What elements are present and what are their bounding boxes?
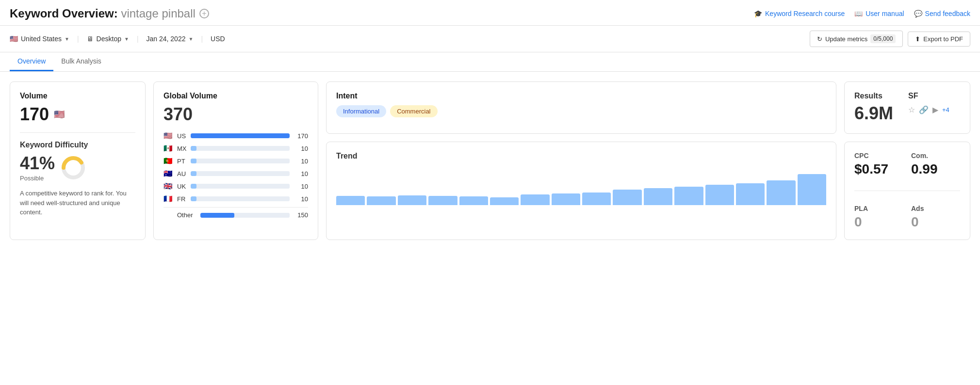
cpc-section: CPC $0.57 [854,152,903,177]
country-selector[interactable]: 🇺🇸 United States ▼ [10,35,69,43]
val-other: 150 [294,211,308,219]
bar-row-other: Other 150 [163,211,308,219]
header: Keyword Overview: vintage pinball + 🎓 Ke… [0,0,980,26]
results-section: Results 6.9M [854,92,906,124]
trend-bar-14 [736,183,765,205]
add-keyword-button[interactable]: + [199,9,209,18]
bar-divider [163,207,308,208]
date-chevron-icon: ▼ [188,36,193,42]
send-feedback-label: Send feedback [925,10,970,17]
sf-icons: ☆ 🔗 ▶ +4 [908,105,960,114]
val-pt: 10 [294,158,308,165]
separator-3: | [201,35,203,43]
bar-row-fr: 🇫🇷 FR 10 [163,194,308,203]
device-selector[interactable]: 🖥 Desktop ▼ [87,35,129,43]
pla-label: PLA [854,205,903,212]
bar-row-us: 🇺🇸 US 170 [163,131,308,140]
bar-fill-uk [191,184,196,189]
flag-uk: 🇬🇧 [163,182,173,191]
trend-bar-5 [459,196,488,205]
country-chevron-icon: ▼ [65,36,69,42]
user-manual-link[interactable]: 📖 User manual [854,10,904,17]
bar-track-mx [191,146,290,151]
bar-fill-pt [191,159,196,163]
bar-fill-au [191,171,196,176]
right-section: Intent Informational Commercial Results … [326,81,970,240]
volume-label: Volume [20,92,135,100]
top-right-row: Intent Informational Commercial Results … [326,81,970,134]
star-icon: ☆ [908,105,915,114]
trend-bar-12 [674,187,703,205]
bar-fill-other [200,213,234,218]
other-label: Other [177,211,196,219]
send-feedback-link[interactable]: 💬 Send feedback [914,10,970,17]
trend-bar-7 [521,194,549,205]
keyword-course-link[interactable]: 🎓 Keyword Research course [754,10,845,17]
com-label: Com. [911,152,960,160]
tab-overview[interactable]: Overview [10,52,53,71]
flag-fr: 🇫🇷 [163,194,173,203]
bar-track-fr [191,196,290,201]
country-label: United States [21,35,62,43]
export-label: Export to PDF [923,35,963,43]
results-sf-grid: Results 6.9M SF ☆ 🔗 ▶ +4 [854,92,960,124]
device-chevron-icon: ▼ [124,36,129,42]
cpc-label: CPC [854,152,903,160]
flag-au: 🇦🇺 [163,169,173,178]
update-metrics-label: Update metrics [825,35,867,43]
bar-row-pt: 🇵🇹 PT 10 [163,157,308,165]
export-pdf-button[interactable]: ⬆ Export to PDF [908,32,970,47]
intent-card: Intent Informational Commercial [326,81,836,134]
date-selector[interactable]: Jan 24, 2022 ▼ [147,35,194,43]
trend-bar-9 [582,192,611,205]
ads-label: Ads [911,205,960,212]
badge-informational: Informational [336,105,386,117]
sf-more-label[interactable]: +4 [942,106,949,113]
bar-track-us [191,133,290,138]
bottom-right-row: Trend [326,142,970,240]
val-uk: 10 [294,183,308,190]
results-value: 6.9M [854,103,906,124]
tab-bulk-analysis[interactable]: Bulk Analysis [53,52,109,71]
kd-row: 41% Possible [20,153,135,182]
export-icon: ⬆ [915,35,920,43]
trend-bar-10 [613,190,641,205]
title-keyword: vintage pinball [121,7,195,20]
header-right: 🎓 Keyword Research course 📖 User manual … [754,10,970,17]
title-prefix: Keyword Overview: [10,7,118,20]
kd-value: 41% [20,153,55,174]
trend-bar-2 [367,196,395,205]
toolbar-left: 🇺🇸 United States ▼ | 🖥 Desktop ▼ | Jan 2… [10,35,225,43]
trend-bar-6 [490,197,519,205]
bar-fill-us [191,133,290,138]
com-section: Com. 0.99 [911,152,960,177]
val-fr: 10 [294,195,308,203]
sf-label: SF [908,92,960,100]
trend-bar-16 [798,174,826,205]
bar-track-other [200,213,290,218]
global-volume-label: Global Volume [163,92,308,100]
badge-commercial: Commercial [390,105,437,117]
device-label: Desktop [97,35,121,43]
code-us: US [177,132,187,140]
cpc-value: $0.57 [854,161,903,177]
code-au: AU [177,170,187,177]
link-icon: 🔗 [919,105,929,114]
video-icon: ▶ [932,105,938,114]
pla-value: 0 [854,214,903,230]
bar-fill-mx [191,146,196,151]
separator-1: | [77,35,79,43]
bar-track-au [191,171,290,176]
trend-bar-4 [428,196,457,205]
bar-fill-fr [191,196,196,201]
pla-section: PLA 0 [854,205,903,230]
bar-row-uk: 🇬🇧 UK 10 [163,182,308,191]
val-mx: 10 [294,145,308,152]
toolbar: 🇺🇸 United States ▼ | 🖥 Desktop ▼ | Jan 2… [0,26,980,52]
user-manual-label: User manual [866,10,904,17]
volume-divider [20,132,135,133]
update-metrics-button[interactable]: ↻ Update metrics 0/5,000 [810,31,903,47]
code-fr: FR [177,195,187,203]
trend-bar-3 [398,195,426,205]
cpc-divider [854,191,960,191]
